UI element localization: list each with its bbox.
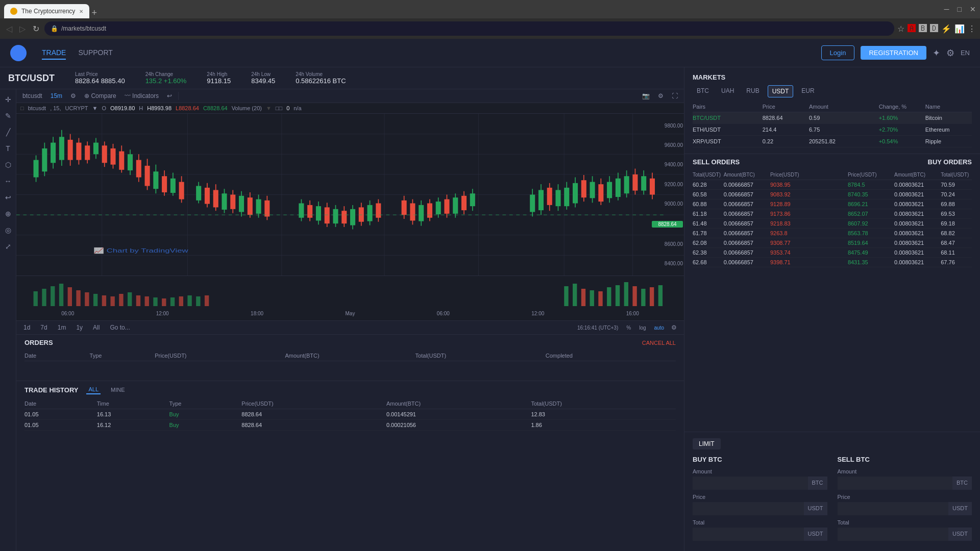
tab-mine[interactable]: MINE bbox=[109, 386, 127, 394]
ob-row-8[interactable]: 62.38 0.00666857 9353.74 8475.49 0.00803… bbox=[693, 248, 972, 258]
refresh-button[interactable]: ↻ bbox=[31, 22, 41, 36]
auto-label[interactable]: auto bbox=[654, 325, 664, 331]
close-btn[interactable]: ✕ bbox=[970, 5, 976, 13]
ext5-icon[interactable]: 📊 bbox=[954, 24, 965, 34]
measure-tool[interactable]: ↔ bbox=[3, 175, 14, 187]
ob-row-7[interactable]: 62.08 0.00666857 9308.77 8519.64 0.00803… bbox=[693, 238, 972, 248]
buy-total-input[interactable] bbox=[693, 528, 804, 541]
log-label[interactable]: log bbox=[639, 325, 646, 331]
screenshot-btn[interactable]: 📷 bbox=[640, 91, 652, 101]
chart-settings-btn[interactable]: ⚙ bbox=[68, 91, 78, 101]
goto-btn[interactable]: Go to... bbox=[107, 323, 133, 332]
symbol-input[interactable]: btcusdt bbox=[20, 91, 44, 101]
market-tab-rub[interactable]: RUB bbox=[742, 85, 763, 97]
theme-icon[interactable]: ✦ bbox=[933, 47, 940, 59]
ob-row-4[interactable]: 61.18 0.00666857 9173.86 8652.07 0.00803… bbox=[693, 209, 972, 219]
chart-area[interactable]: 📈 Chart by TradingView 9800.00 9600.00 9… bbox=[16, 114, 684, 276]
range-7d[interactable]: 7d bbox=[37, 323, 50, 332]
x-label-7: 16:00 bbox=[626, 311, 639, 316]
undo-btn[interactable]: ↩ bbox=[165, 91, 174, 101]
zoom-tool[interactable]: ⊕ bbox=[3, 208, 13, 220]
shapes-tool[interactable]: ⬡ bbox=[3, 159, 13, 171]
settings-icon[interactable]: ⚙ bbox=[946, 47, 954, 59]
register-button[interactable]: REGISTRATION bbox=[861, 46, 926, 60]
text-tool[interactable]: T bbox=[4, 142, 12, 155]
limit-tab-btn[interactable]: LIMIT bbox=[693, 438, 721, 449]
active-tab[interactable]: The Cryptocurrency ✕ bbox=[4, 4, 89, 18]
chart-main: ✛ ✎ ╱ T ⬡ ↔ ↩ ⊕ ◎ ⤢ btcusdt 15m bbox=[0, 89, 684, 551]
sell-price-input[interactable] bbox=[838, 502, 949, 515]
sell-amount-input-row: BTC bbox=[838, 477, 972, 490]
nav-support[interactable]: SUPPORT bbox=[78, 46, 112, 60]
star-icon[interactable]: ☆ bbox=[897, 24, 904, 34]
market-tab-usdt[interactable]: USDT bbox=[768, 85, 794, 97]
ob-row-5[interactable]: 61.48 0.00666857 9218.83 8607.92 0.00803… bbox=[693, 219, 972, 229]
fullscreen-btn[interactable]: ⛶ bbox=[670, 91, 680, 101]
url-input[interactable]: /markets/btcusdt bbox=[61, 25, 888, 32]
range-1m[interactable]: 1m bbox=[55, 323, 69, 332]
order-book[interactable]: SELL ORDERS BUY ORDERS Total(USDT) Amoun… bbox=[684, 154, 980, 432]
current-price-badge: 8828.64 bbox=[652, 221, 683, 228]
market-row-btc[interactable]: BTC/USDT 8828.64 0.59 +1.60% Bitcoin bbox=[693, 112, 972, 124]
ohlc-bar: □ btcusdt , 15, UCRYPT ▼ OO8919.80 HH899… bbox=[16, 103, 684, 114]
menu-icon[interactable]: ⋮ bbox=[968, 24, 976, 34]
address-bar[interactable]: 🔒 /markets/btcusdt bbox=[44, 21, 894, 36]
range-1y[interactable]: 1y bbox=[73, 323, 86, 332]
cancel-all-btn[interactable]: CANCEL ALL bbox=[642, 340, 676, 346]
nav-trade[interactable]: TRADE bbox=[42, 46, 66, 60]
svg-rect-167 bbox=[632, 286, 636, 307]
ob-row-3[interactable]: 60.88 0.00666857 9128.89 8696.21 0.00803… bbox=[693, 199, 972, 209]
buy-total-1: 70.59 bbox=[941, 182, 972, 188]
chart-config-btn[interactable]: ⚙ bbox=[656, 91, 666, 101]
pencil-tool[interactable]: ✎ bbox=[3, 110, 13, 122]
ob-sep-4 bbox=[817, 211, 848, 217]
line-tool[interactable]: ╱ bbox=[4, 126, 12, 138]
indicators-btn[interactable]: 〰 Indicators bbox=[122, 91, 161, 101]
ext3-icon[interactable]: 🅳 bbox=[930, 24, 938, 33]
orders-section: ORDERS CANCEL ALL Date Type Price(USDT) … bbox=[16, 334, 684, 381]
back-tool[interactable]: ↩ bbox=[3, 191, 13, 204]
eye-tool[interactable]: ◎ bbox=[3, 224, 13, 236]
ob-row-1[interactable]: 60.28 0.00666857 9038.95 8784.5 0.008036… bbox=[693, 180, 972, 190]
back-button[interactable]: ◁ bbox=[4, 22, 14, 36]
svg-rect-163 bbox=[598, 291, 602, 307]
range-1d[interactable]: 1d bbox=[20, 323, 33, 332]
ob-row-2[interactable]: 60.58 0.00666857 9083.92 8740.35 0.00803… bbox=[693, 190, 972, 199]
ext1-icon[interactable]: 🅰 bbox=[908, 24, 916, 33]
market-row-eth[interactable]: ETH/USDT 214.4 6.75 +2.70% Ethereum bbox=[693, 124, 972, 136]
ext2-icon[interactable]: 🅱 bbox=[919, 24, 927, 33]
buy-amount-7: 0.00803621 bbox=[894, 240, 941, 246]
sell-amount-input[interactable] bbox=[838, 477, 953, 490]
interval-btn[interactable]: 15m bbox=[48, 91, 64, 101]
sell-total-input[interactable] bbox=[838, 528, 949, 541]
new-tab-button[interactable]: + bbox=[89, 8, 99, 18]
market-tab-btc[interactable]: BTC bbox=[693, 85, 713, 97]
minimize-btn[interactable]: ─ bbox=[944, 5, 949, 13]
chart-settings-icon[interactable]: ⚙ bbox=[668, 323, 680, 332]
ext4-icon[interactable]: ⚡ bbox=[941, 24, 951, 34]
x-label-5: 06:00 bbox=[437, 311, 450, 316]
expand-tool[interactable]: ⤢ bbox=[3, 240, 13, 253]
login-button[interactable]: Login bbox=[821, 45, 855, 60]
tab-close-btn[interactable]: ✕ bbox=[79, 9, 83, 14]
range-all[interactable]: All bbox=[90, 323, 103, 332]
ob-row-9[interactable]: 62.68 0.00666857 9398.71 8431.35 0.00803… bbox=[693, 258, 972, 267]
markets-title: MARKETS bbox=[693, 73, 972, 81]
forward-button[interactable]: ▷ bbox=[17, 22, 28, 36]
market-tab-uah[interactable]: UAH bbox=[717, 85, 738, 97]
symbol-header: BTC/USDT Last Price 8828.64 8885.40 24h … bbox=[0, 67, 684, 89]
market-row-xrp[interactable]: XRP/USDT 0.22 205251.82 +0.54% Ripple bbox=[693, 136, 972, 147]
sell-price-input-row: USDT bbox=[838, 502, 972, 515]
na-label: n/a bbox=[293, 105, 301, 111]
svg-rect-146 bbox=[102, 295, 106, 307]
compare-btn[interactable]: ⊕ Compare bbox=[82, 91, 118, 101]
maximize-btn[interactable]: □ bbox=[958, 5, 962, 13]
tab-all[interactable]: ALL bbox=[86, 385, 101, 394]
market-tab-eur[interactable]: EUR bbox=[797, 85, 818, 97]
svg-rect-138 bbox=[34, 291, 38, 307]
sell-amount-unit: BTC bbox=[952, 477, 972, 490]
buy-price-input[interactable] bbox=[693, 502, 804, 515]
crosshair-tool[interactable]: ✛ bbox=[3, 93, 13, 106]
buy-amount-input[interactable] bbox=[693, 477, 808, 490]
ob-row-6[interactable]: 61.78 0.00666857 9263.8 8563.78 0.008036… bbox=[693, 229, 972, 238]
